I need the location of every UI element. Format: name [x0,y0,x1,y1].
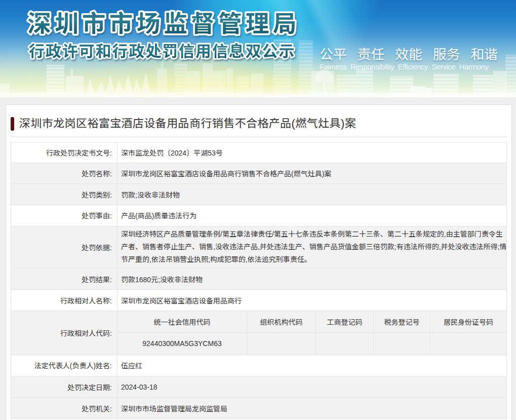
svg-text:深圳市市场监督管理局: 深圳市市场监督管理局 [28,5,300,39]
svg-text:行政许可和行政处罚信用信息双公示: 行政许可和行政处罚信用信息双公示 [29,39,295,61]
